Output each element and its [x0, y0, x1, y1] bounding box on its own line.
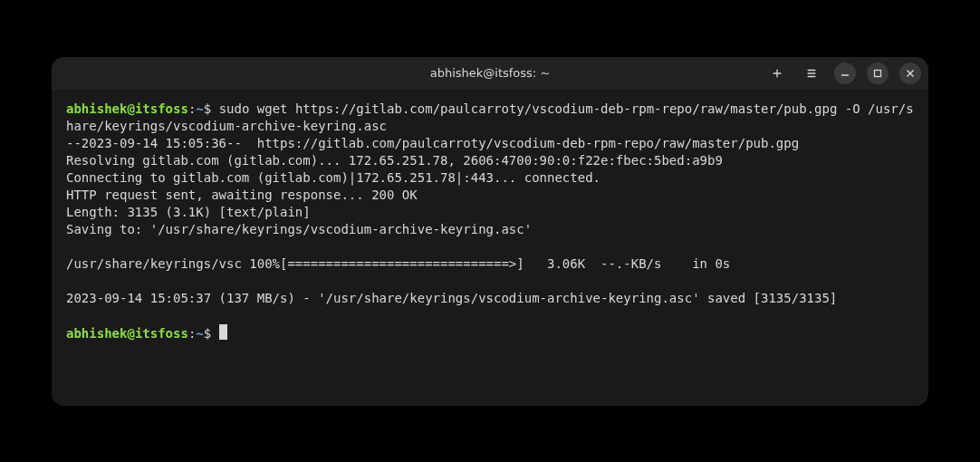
prompt-dollar: $ — [204, 326, 211, 341]
hamburger-menu-button[interactable] — [800, 62, 823, 85]
title-bar: abhishek@itsfoss: ~ — [52, 57, 928, 90]
window-controls — [765, 62, 921, 85]
prompt-dollar: $ — [204, 101, 211, 116]
prompt-host: itsfoss — [135, 101, 188, 116]
new-tab-button[interactable] — [765, 62, 789, 85]
prompt-path: ~ — [196, 101, 203, 116]
terminal-window: abhishek@itsfoss: ~ — [52, 57, 928, 406]
prompt-path: ~ — [196, 326, 203, 341]
cursor — [219, 324, 227, 340]
window-title: abhishek@itsfoss: ~ — [430, 66, 551, 80]
prompt-at: @ — [127, 326, 134, 341]
terminal-body[interactable]: abhishek@itsfoss:~$ sudo wget https://gi… — [52, 90, 928, 406]
prompt-user: abhishek — [66, 326, 127, 341]
prompt-user: abhishek — [66, 101, 127, 116]
output-line: Saving to: '/usr/share/keyrings/vscodium… — [66, 222, 532, 236]
svg-rect-6 — [875, 70, 881, 76]
close-button[interactable] — [899, 63, 921, 84]
output-line: HTTP request sent, awaiting response... … — [66, 188, 418, 202]
prompt-at: @ — [127, 101, 134, 116]
minimize-button[interactable] — [834, 63, 856, 84]
output-line: /usr/share/keyrings/vsc 100%[===========… — [66, 256, 730, 271]
prompt-host: itsfoss — [135, 326, 188, 341]
maximize-button[interactable] — [867, 63, 889, 84]
output-line: 2023-09-14 15:05:37 (137 MB/s) - '/usr/s… — [66, 291, 837, 305]
output-line: Resolving gitlab.com (gitlab.com)... 172… — [66, 153, 723, 168]
output-line: --2023-09-14 15:05:36-- https://gitlab.c… — [66, 136, 799, 150]
output-line: Connecting to gitlab.com (gitlab.com)|17… — [66, 170, 600, 185]
output-line: Length: 3135 (3.1K) [text/plain] — [66, 205, 311, 219]
